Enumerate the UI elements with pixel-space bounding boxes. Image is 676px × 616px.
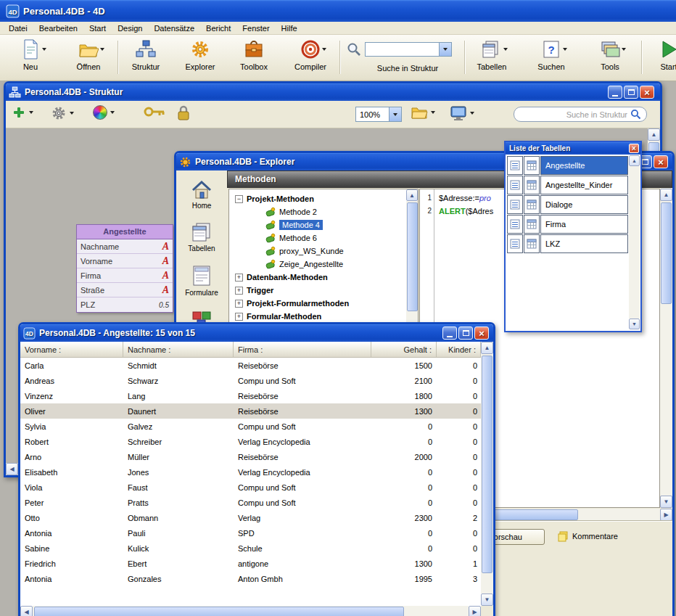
table-list-item[interactable]: Angestellte xyxy=(507,156,628,175)
column-header-firma[interactable]: Firma : xyxy=(234,342,371,357)
tables-button[interactable]: Tabellen xyxy=(469,38,515,71)
combobox-dropdown-arrow[interactable] xyxy=(439,43,451,56)
app-titlebar[interactable]: 4D Personal.4DB - 4D xyxy=(0,0,676,22)
record-row[interactable]: Friedrich Ebert antigone 1300 1 xyxy=(20,556,481,571)
settings-button[interactable] xyxy=(51,105,74,121)
table-list-item[interactable]: LKZ xyxy=(507,234,628,253)
minimize-button[interactable] xyxy=(442,327,457,340)
open-dropdown-arrow[interactable] xyxy=(100,48,104,51)
table-name[interactable]: Angestellte xyxy=(540,156,628,175)
scroll-right-button[interactable]: ▶ xyxy=(469,606,481,616)
tree-item[interactable]: Methode 2 xyxy=(229,205,418,218)
sidebar-item-tables[interactable]: Tabellen xyxy=(178,222,225,252)
table-grid-icon[interactable] xyxy=(524,234,540,253)
menu-item[interactable]: Bericht xyxy=(200,24,236,33)
table-list-item[interactable]: Firma xyxy=(507,215,628,234)
maximize-button[interactable] xyxy=(624,86,638,99)
tree-item[interactable]: + Projekt-Formularmethoden xyxy=(229,297,418,310)
tree-expander-icon[interactable]: + xyxy=(235,313,243,321)
table-angestellte-header[interactable]: Angestellte xyxy=(76,224,173,239)
scroll-down-button[interactable]: ▼ xyxy=(660,496,672,508)
add-button[interactable] xyxy=(12,105,33,120)
record-row[interactable]: Sabine Kulick Schule 0 0 xyxy=(20,541,481,556)
record-row[interactable]: Vinzenz Lang Reisebörse 1800 0 xyxy=(20,388,481,403)
tree-item[interactable]: Methode 6 xyxy=(229,231,418,245)
structure-search-input[interactable] xyxy=(533,110,627,119)
sidebar-item-home[interactable]: Home xyxy=(178,181,225,210)
scroll-left-button[interactable]: ◀ xyxy=(20,606,33,616)
sidebar-item-forms[interactable]: Formulare xyxy=(178,265,225,297)
table-name[interactable]: Dialoge xyxy=(540,195,628,214)
tree-expander-icon[interactable]: + xyxy=(235,274,243,282)
record-row[interactable]: Viola Faust Compu und Soft 0 0 xyxy=(20,480,481,495)
tree-item[interactable]: proxy_WS_Kunde xyxy=(229,245,418,258)
find-dropdown-arrow[interactable] xyxy=(563,48,567,51)
close-button[interactable]: × xyxy=(629,144,639,153)
tools-button[interactable]: Tools xyxy=(587,38,633,71)
scroll-up-button[interactable]: ▲ xyxy=(648,128,660,141)
maximize-button[interactable] xyxy=(458,327,473,340)
table-name[interactable]: LKZ xyxy=(540,234,628,253)
close-button[interactable]: × xyxy=(474,327,489,340)
toolbox-button[interactable]: Toolbox xyxy=(231,38,277,71)
display-dropdown-arrow[interactable] xyxy=(470,112,474,115)
key-button[interactable] xyxy=(144,105,165,118)
table-name[interactable]: Angestellte_Kinder xyxy=(540,176,628,194)
record-row[interactable]: Arno Müller Reisebörse 2000 0 xyxy=(20,449,481,464)
record-row[interactable]: Oliver Daunert Reisebörse 1300 0 xyxy=(20,403,481,419)
close-button[interactable]: × xyxy=(640,86,654,99)
menu-item[interactable]: Fenster xyxy=(236,24,275,33)
scroll-left-button[interactable]: ◀ xyxy=(6,463,18,475)
record-row[interactable]: Elisabeth Jones Verlag Encyclopedia 0 0 xyxy=(20,464,481,480)
color-button[interactable] xyxy=(93,105,115,120)
table-list-item[interactable]: Dialoge xyxy=(507,195,628,214)
tree-item[interactable]: − Projekt-Methoden xyxy=(229,192,418,205)
menu-item[interactable]: Design xyxy=(112,24,148,33)
records-horizontal-scrollbar[interactable]: ◀ ▶ xyxy=(20,606,481,616)
table-grid-icon[interactable] xyxy=(524,156,540,175)
list-form-icon[interactable] xyxy=(507,195,523,214)
menu-item[interactable]: Datensätze xyxy=(148,24,200,33)
zoom-dropdown-arrow[interactable] xyxy=(389,107,401,121)
settings-dropdown-arrow[interactable] xyxy=(70,112,74,115)
record-row[interactable]: Sylvia Galvez Compu und Soft 0 0 xyxy=(20,419,481,434)
close-button[interactable]: × xyxy=(654,155,668,168)
column-header-kinder[interactable]: Kinder : xyxy=(437,342,481,357)
records-vertical-scrollbar[interactable]: ▲ ▼ xyxy=(481,342,493,606)
records-titlebar[interactable]: 4D Personal.4DB - Angestellte: 15 von 15… xyxy=(20,324,493,342)
tools-dropdown-arrow[interactable] xyxy=(622,48,626,51)
menu-item[interactable]: Start xyxy=(83,24,112,33)
tree-expander-icon[interactable]: + xyxy=(235,300,243,308)
list-form-icon[interactable] xyxy=(507,176,523,194)
column-header-gehalt[interactable]: Gehalt : xyxy=(371,342,437,357)
tree-item[interactable]: + Trigger xyxy=(229,284,418,297)
table-field-row[interactable]: Firma A xyxy=(77,268,173,283)
scroll-down-button[interactable]: ▼ xyxy=(481,594,493,606)
folder-dropdown-arrow[interactable] xyxy=(431,111,435,114)
scroll-up-button[interactable]: ▲ xyxy=(629,155,640,166)
record-row[interactable]: Otto Obmann Verlag 2300 2 xyxy=(20,510,481,525)
scroll-right-button[interactable]: ▶ xyxy=(660,509,672,521)
record-row[interactable]: Antonia Gonzales Anton Gmbh 1995 3 xyxy=(20,571,481,586)
table-grid-icon[interactable] xyxy=(524,195,540,214)
table-field-row[interactable]: Vorname A xyxy=(77,254,173,268)
table-field-row[interactable]: Nachname A xyxy=(77,239,173,254)
minimize-button[interactable] xyxy=(608,86,622,99)
lock-button[interactable] xyxy=(177,105,190,121)
menu-item[interactable]: Hilfe xyxy=(276,24,303,33)
scroll-up-button[interactable]: ▲ xyxy=(660,189,672,201)
tables-palette-titlebar[interactable]: Liste der Tabellen × xyxy=(506,142,640,155)
list-form-icon[interactable] xyxy=(507,156,523,175)
add-dropdown-arrow[interactable] xyxy=(29,111,33,114)
tree-item[interactable]: + Datenbank-Methoden xyxy=(229,271,418,284)
structure-search-field[interactable] xyxy=(514,107,647,122)
menu-item[interactable]: Datei xyxy=(3,24,33,33)
menu-item[interactable]: Bearbeiten xyxy=(33,24,83,33)
tree-item[interactable]: + Formular-Methoden xyxy=(229,310,418,323)
search-structure-combobox[interactable] xyxy=(365,42,452,57)
record-row[interactable]: Peter Pratts Compu und Soft 0 0 xyxy=(20,495,481,510)
open-button[interactable]: Öffnen xyxy=(65,38,112,71)
new-button[interactable]: Neu xyxy=(7,38,54,71)
tree-item[interactable]: Zeige_Angestellte xyxy=(229,258,418,271)
table-grid-icon[interactable] xyxy=(524,215,540,234)
